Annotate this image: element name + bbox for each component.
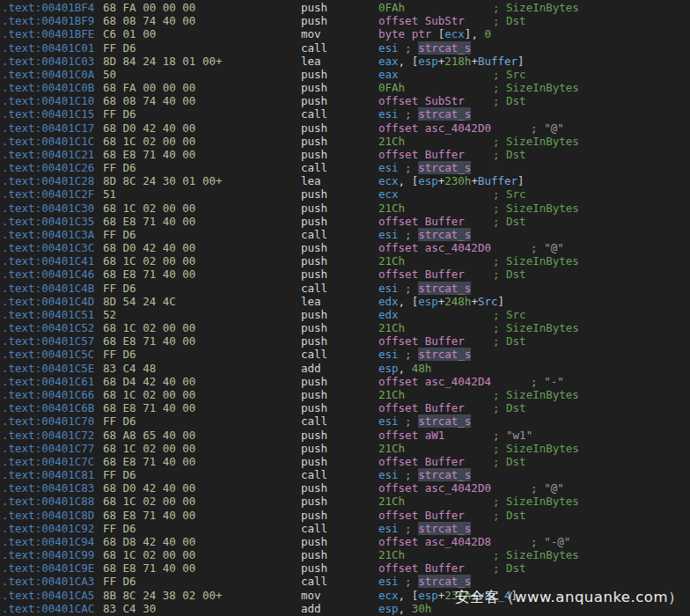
operands: offset asc_4042D4 [378, 375, 531, 388]
highlighted-symbol[interactable]: strcat_s [418, 414, 471, 428]
address: .text:00401C57 [2, 334, 103, 348]
asm-line[interactable]: .text:00401C5768 E8 71 40 00pushoffset B… [2, 334, 690, 348]
asm-line[interactable]: .text:00401C6B68 E8 71 40 00pushoffset B… [2, 401, 690, 414]
operands: offset asc_4042D0 [378, 121, 531, 135]
asm-line[interactable]: .text:00401C4668 E8 71 40 00pushoffset B… [2, 268, 690, 281]
symbol-name[interactable]: SubStr [425, 94, 465, 107]
symbol-name[interactable]: aW1 [425, 429, 445, 442]
mnemonic: push [301, 241, 378, 254]
symbol-name[interactable]: Buffer [425, 455, 465, 468]
asm-line[interactable]: .text:00401C4168 1C 02 00 00push21Ch; Si… [2, 254, 690, 268]
asm-line[interactable]: .text:00401C3568 E8 71 40 00pushoffset B… [2, 215, 690, 228]
comment: ; Dst [493, 334, 526, 348]
asm-line[interactable]: .text:00401C7268 A8 65 40 00pushoffset a… [2, 429, 690, 442]
machine-bytes: 83 C4 48 [103, 362, 301, 375]
comment: ; "@" [531, 121, 564, 135]
asm-line[interactable]: .text:00401C5E83 C4 48addesp, 48h [2, 362, 690, 375]
highlighted-symbol[interactable]: strcat_s [418, 282, 471, 295]
asm-line[interactable]: .text:00401C5152pushedx; Src [2, 308, 690, 321]
symbol-name[interactable]: asc_4042D8 [425, 535, 491, 548]
asm-line[interactable]: .text:00401C92FF D6callesi ; strcat_s [2, 522, 690, 535]
asm-line[interactable]: .text:00401C0B68 FA 00 00 00push0FAh; Si… [2, 81, 690, 94]
highlighted-symbol[interactable]: strcat_s [418, 348, 471, 361]
asm-line[interactable]: .text:00401C8D68 E8 71 40 00pushoffset B… [2, 509, 690, 522]
symbol-name[interactable]: Buffer [425, 268, 465, 281]
symbol-name[interactable]: Buffer [425, 401, 465, 414]
asm-line[interactable]: .text:00401C01FF D6callesi ; strcat_s [2, 41, 690, 55]
asm-line[interactable]: .text:00401C9468 D8 42 40 00pushoffset a… [2, 535, 690, 548]
machine-bytes: FF D6 [103, 575, 301, 588]
mnemonic: push [301, 509, 378, 522]
symbol-name[interactable]: Buffer [425, 148, 465, 161]
highlighted-symbol[interactable]: strcat_s [418, 107, 471, 121]
asm-line[interactable]: .text:00401C4D8D 54 24 4Cleaedx, [esp+24… [2, 295, 690, 308]
address: .text:00401C61 [2, 375, 103, 388]
symbol-name[interactable]: asc_4042D0 [425, 481, 491, 495]
asm-line[interactable]: .text:00401C4BFF D6callesi ; strcat_s [2, 282, 690, 295]
asm-line[interactable]: .text:00401C038D 84 24 18 01 00+leaeax, … [2, 55, 690, 68]
register: eax [378, 55, 399, 68]
asm-line[interactable]: .text:00401C3068 1C 02 00 00push21Ch; Si… [2, 202, 690, 215]
asm-line[interactable]: .text:00401C8868 1C 02 00 00push21Ch; Si… [2, 495, 690, 508]
asm-line[interactable]: .text:00401C8368 D0 42 40 00pushoffset a… [2, 481, 690, 495]
machine-bytes: FF D6 [103, 414, 301, 428]
symbol-name[interactable]: asc_4042D0 [425, 241, 491, 254]
asm-line[interactable]: .text:00401CA3FF D6callesi ; strcat_s [2, 575, 690, 588]
asm-line[interactable]: .text:00401C1C68 1C 02 00 00push21Ch; Si… [2, 135, 690, 148]
operand-punct [418, 561, 425, 575]
operands: esi ; strcat_s [378, 468, 493, 481]
register: edx [378, 295, 399, 308]
address: .text:00401C81 [2, 468, 103, 481]
asm-line[interactable]: .text:00401C6168 D4 42 40 00pushoffset a… [2, 375, 690, 388]
highlighted-symbol[interactable]: strcat_s [418, 575, 471, 588]
highlighted-symbol[interactable]: strcat_s [418, 228, 471, 241]
operand-punct [418, 94, 425, 107]
asm-line[interactable]: .text:00401C15FF D6callesi ; strcat_s [2, 107, 690, 121]
asm-line[interactable]: .text:00401C3AFF D6callesi ; strcat_s [2, 228, 690, 241]
operands: eax, [esp+218h+Buffer] [378, 55, 525, 68]
asm-line[interactable]: .text:00401C9968 1C 02 00 00push21Ch; Si… [2, 548, 690, 561]
asm-line[interactable]: .text:00401C81FF D6callesi ; strcat_s [2, 468, 690, 481]
disassembly-listing[interactable]: .text:00401BF468 FA 00 00 00push0FAh; Si… [2, 1, 690, 615]
symbol-name[interactable]: asc_4042D4 [425, 375, 491, 388]
asm-line[interactable]: .text:00401C0A50pusheax; Src [2, 68, 690, 81]
asm-line[interactable]: .text:00401C70FF D6callesi ; strcat_s [2, 414, 690, 428]
asm-line[interactable]: .text:00401C1068 08 74 40 00pushoffset S… [2, 94, 690, 107]
asm-line[interactable]: .text:00401C7C68 E8 71 40 00pushoffset B… [2, 455, 690, 468]
symbol-name[interactable]: Buffer [425, 561, 465, 575]
asm-line[interactable]: .text:00401BF468 FA 00 00 00push0FAh; Si… [2, 1, 690, 14]
mnemonic: mov [301, 27, 378, 40]
asm-line[interactable]: .text:00401C5CFF D6callesi ; strcat_s [2, 348, 690, 361]
keyword: offset [378, 334, 418, 348]
highlighted-symbol[interactable]: strcat_s [418, 522, 471, 535]
operands: esi ; strcat_s [378, 522, 493, 535]
asm-line[interactable]: .text:00401C1768 D0 42 40 00pushoffset a… [2, 121, 690, 135]
asm-line[interactable]: .text:00401C3C68 D0 42 40 00pushoffset a… [2, 241, 690, 254]
address: .text:00401C7C [2, 455, 103, 468]
highlighted-symbol[interactable]: strcat_s [418, 161, 471, 174]
highlighted-symbol[interactable]: strcat_s [418, 41, 471, 55]
asm-line[interactable]: .text:00401C6668 1C 02 00 00push21Ch; Si… [2, 388, 690, 401]
symbol-name[interactable]: asc_4042D0 [425, 121, 491, 135]
comment: ; Dst [493, 14, 526, 27]
asm-line[interactable]: .text:00401C9E68 E8 71 40 00pushoffset B… [2, 561, 690, 575]
asm-line[interactable]: .text:00401C26FF D6callesi ; strcat_s [2, 161, 690, 174]
asm-line[interactable]: .text:00401BF968 08 74 40 00pushoffset S… [2, 14, 690, 27]
symbol-name[interactable]: Buffer [425, 334, 465, 348]
asm-line[interactable]: .text:00401BFEC6 01 00movbyte ptr [ecx],… [2, 27, 690, 40]
keyword: offset [378, 429, 418, 442]
symbol-name[interactable]: Buffer [425, 509, 465, 522]
asm-line[interactable]: .text:00401C2F51pushecx; Src [2, 187, 690, 201]
asm-line[interactable]: .text:00401C2168 E8 71 40 00pushoffset B… [2, 148, 690, 161]
highlighted-symbol[interactable]: strcat_s [418, 468, 471, 481]
address: .text:00401CAC [2, 602, 103, 615]
asm-line[interactable]: .text:00401C7768 1C 02 00 00push21Ch; Si… [2, 442, 690, 455]
address: .text:00401C5C [2, 348, 103, 361]
symbol-name[interactable]: Buffer [425, 215, 465, 228]
asm-line[interactable]: .text:00401C5268 1C 02 00 00push21Ch; Si… [2, 321, 690, 334]
mnemonic: push [301, 202, 378, 215]
operand-punct [399, 282, 406, 295]
symbol-name[interactable]: SubStr [425, 14, 465, 27]
machine-bytes: 68 E8 71 40 00 [103, 215, 301, 228]
asm-line[interactable]: .text:00401C288D 8C 24 30 01 00+leaecx, … [2, 174, 690, 187]
